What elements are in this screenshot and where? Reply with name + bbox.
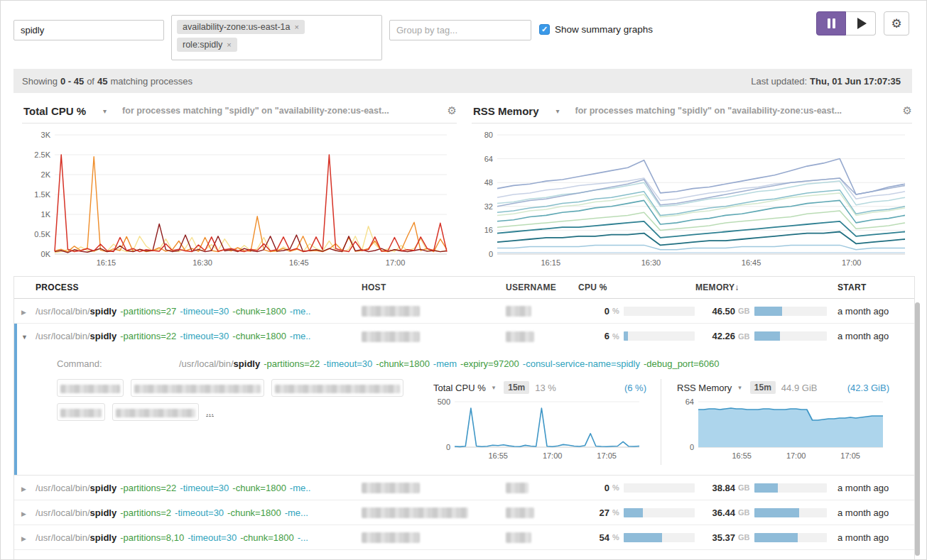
process-command: /usr/local/bin/spidly-partitions=22-time… [36, 331, 362, 341]
cpu-chart-title: Total CPU % [23, 105, 86, 117]
table-scrollbar-thumb[interactable] [915, 302, 920, 556]
show-summary-toggle[interactable]: ✓ Show summary graphs [539, 24, 653, 35]
last-updated-value: Thu, 01 Jun 17:07:35 [810, 76, 901, 87]
expand-caret-icon[interactable]: ▶ [21, 485, 26, 493]
svg-text:2.5K: 2.5K [34, 150, 50, 159]
cpu-bar [624, 533, 695, 542]
memory-unit: GB [738, 332, 750, 341]
process-row[interactable]: ▶ /usr/local/bin/spidly-partitions=22-ti… [14, 476, 914, 500]
memory-summary-chart: 0163248648016:1516:3016:4517:00 [472, 126, 911, 273]
cpu-latest-value: (6 %) [624, 383, 646, 393]
cpu-unit: % [612, 533, 619, 542]
svg-text:16:30: 16:30 [641, 258, 661, 267]
timeframe-badge[interactable]: 15m [504, 381, 529, 394]
process-mini-charts: Total CPU % ▾ 15m 13 % (6 %) 050016:5517… [433, 379, 889, 465]
memory-value: 42.26 [695, 331, 735, 341]
svg-text:0.5K: 0.5K [34, 230, 50, 238]
remove-tag-icon[interactable]: × [294, 23, 298, 31]
more-tags-link[interactable]: ... [206, 408, 214, 417]
process-search-input[interactable] [13, 20, 164, 40]
column-start[interactable]: START [828, 282, 867, 292]
svg-text:17:00: 17:00 [543, 451, 563, 460]
redacted-tag-pill[interactable] [57, 379, 124, 397]
redacted-tag-pill[interactable] [57, 403, 105, 421]
memory-unit: GB [738, 533, 750, 542]
host-cell [362, 305, 506, 317]
process-row[interactable]: ▶ /usr/local/bin/spidly-partitions=2-tim… [14, 500, 914, 525]
play-button[interactable] [846, 11, 876, 35]
redacted-username [506, 532, 531, 543]
gear-icon[interactable]: ⚙ [448, 104, 457, 117]
process-cpu-chart: 050016:5517:0017:05 [433, 396, 644, 463]
column-host[interactable]: HOST [362, 282, 506, 292]
column-cpu[interactable]: CPU % [578, 282, 695, 292]
process-detail-panel: Command: /usr/local/bin/spidly-partition… [14, 348, 914, 475]
svg-text:80: 80 [484, 131, 493, 139]
process-row-expanded[interactable]: ▼ /usr/local/bin/spidly-partitions=22-ti… [14, 324, 914, 348]
column-username[interactable]: USERNAME [506, 282, 578, 292]
redacted-tag-pill[interactable] [131, 379, 264, 397]
memory-value: 38.84 [695, 483, 735, 493]
gear-icon: ⚙ [891, 16, 901, 31]
process-tags: ... [57, 379, 433, 427]
pause-button[interactable] [816, 11, 846, 35]
process-command: /usr/local/bin/spidly-partitions=27-time… [36, 306, 362, 317]
memory-avg-value: 44.9 GiB [781, 383, 818, 393]
memory-value: 35.37 [695, 532, 735, 543]
process-table: PROCESS HOST USERNAME CPU % MEMORY↓ STAR… [13, 276, 915, 560]
gear-icon[interactable]: ⚙ [903, 104, 912, 117]
chevron-down-icon[interactable]: ▾ [103, 107, 107, 115]
process-row[interactable]: ▶ /usr/local/bin/spidly-partitions=27-ti… [14, 299, 914, 324]
svg-text:16:45: 16:45 [289, 258, 309, 267]
settings-button[interactable]: ⚙ [884, 11, 909, 35]
expand-caret-icon[interactable]: ▶ [21, 510, 26, 517]
redacted-tag-pill[interactable] [271, 379, 403, 397]
tag-label: role:spidly [183, 40, 222, 50]
mini-memory-title: RSS Memory [677, 383, 732, 393]
remove-tag-icon[interactable]: × [227, 40, 231, 49]
redacted-tag-pill[interactable] [112, 403, 199, 421]
chevron-down-icon[interactable]: ▾ [492, 384, 496, 391]
memory-chart-title: RSS Memory [473, 105, 539, 117]
collapse-caret-icon[interactable]: ▼ [21, 334, 28, 341]
start-cell: a month ago [828, 331, 889, 341]
command-label: Command: [57, 358, 179, 369]
chevron-down-icon[interactable]: ▾ [556, 107, 560, 115]
last-updated-label: Last updated: [751, 76, 807, 87]
svg-text:17:00: 17:00 [386, 258, 406, 267]
cpu-unit: % [612, 508, 619, 517]
redacted-host [362, 507, 468, 518]
redacted-username [506, 331, 534, 342]
svg-text:16:15: 16:15 [97, 258, 116, 267]
sort-desc-icon: ↓ [734, 282, 739, 292]
process-command: /usr/local/bin/spidly-partitions=8,10-ti… [36, 532, 362, 543]
svg-text:0: 0 [690, 443, 694, 451]
chevron-down-icon[interactable]: ▾ [738, 384, 742, 391]
timeframe-badge[interactable]: 15m [750, 381, 776, 394]
tag-pill-availability-zone[interactable]: availability-zone:us-east-1a× [177, 20, 305, 34]
host-cell [362, 482, 506, 493]
column-memory[interactable]: MEMORY↓ [695, 282, 828, 292]
svg-text:0: 0 [446, 443, 450, 451]
group-by-tag-input[interactable] [389, 20, 531, 40]
redacted-host [362, 331, 420, 342]
redacted-username [506, 483, 528, 493]
cpu-summary-chart-card: Total CPU % ▾ for processes matching "sp… [22, 99, 457, 273]
svg-text:0K: 0K [41, 250, 51, 258]
expand-caret-icon[interactable]: ▶ [21, 535, 26, 542]
expand-caret-icon[interactable]: ▶ [21, 309, 26, 316]
process-row[interactable]: ▶ /usr/local/bin/spidly-partitions=8,10-… [14, 525, 914, 550]
tag-pill-role[interactable]: role:spidly× [177, 38, 237, 52]
cpu-value: 54 [578, 532, 609, 543]
column-process[interactable]: PROCESS [36, 282, 362, 292]
memory-value: 36.44 [695, 507, 735, 518]
checkbox-checked-icon[interactable]: ✓ [539, 24, 550, 35]
process-memory-chart: 06416:5517:0017:05 [677, 396, 887, 463]
memory-bar [754, 483, 827, 493]
process-memory-chart-card: RSS Memory ▾ 15m 44.9 GiB (42.3 GiB) 064… [661, 379, 889, 465]
svg-text:16:55: 16:55 [732, 451, 752, 460]
tag-filter-box[interactable]: availability-zone:us-east-1a× role:spidl… [171, 15, 382, 60]
tag-label: availability-zone:us-east-1a [183, 22, 290, 32]
host-cell [362, 330, 506, 341]
cpu-value: 0 [578, 306, 609, 317]
